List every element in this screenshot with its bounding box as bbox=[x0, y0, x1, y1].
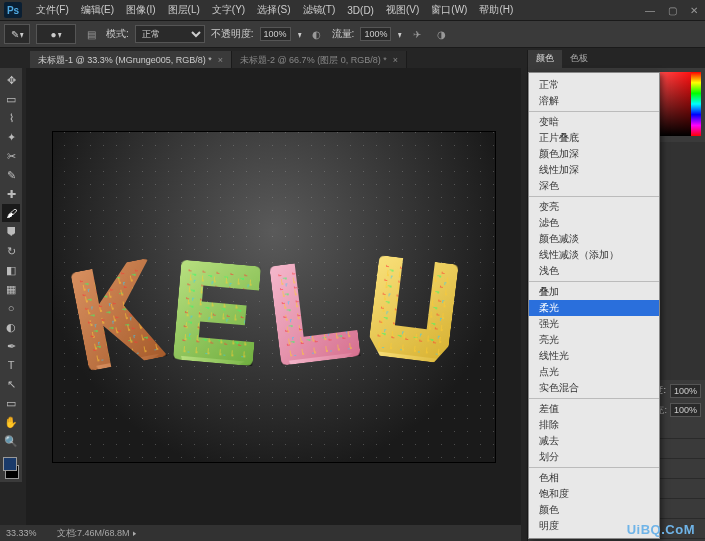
maximize-button[interactable]: ▢ bbox=[661, 0, 683, 20]
foreground-color[interactable] bbox=[3, 457, 17, 471]
zoom-tool[interactable]: 🔍 bbox=[2, 432, 20, 450]
minimize-button[interactable]: — bbox=[639, 0, 661, 20]
blend-mode-option[interactable]: 颜色加深 bbox=[529, 146, 659, 162]
canvas-artwork bbox=[78, 258, 454, 365]
blend-mode-option[interactable]: 线性光 bbox=[529, 348, 659, 364]
eyedropper-tool[interactable]: ✎ bbox=[2, 166, 20, 184]
letter-l bbox=[269, 256, 361, 365]
airbrush-icon[interactable]: ✈ bbox=[408, 25, 426, 43]
eraser-tool[interactable]: ◧ bbox=[2, 261, 20, 279]
crop-tool[interactable]: ✂ bbox=[2, 147, 20, 165]
shape-tool[interactable]: ▭ bbox=[2, 394, 20, 412]
menu-filter[interactable]: 滤镜(T) bbox=[297, 3, 342, 17]
blend-mode-option[interactable]: 线性减淡（添加） bbox=[529, 247, 659, 263]
blend-mode-option[interactable]: 颜色 bbox=[529, 502, 659, 518]
menu-3d[interactable]: 3D(D) bbox=[341, 5, 380, 16]
color-swatches[interactable] bbox=[2, 456, 20, 480]
marquee-tool[interactable]: ▭ bbox=[2, 90, 20, 108]
blend-mode-option[interactable]: 点光 bbox=[529, 364, 659, 380]
blend-mode-option[interactable]: 变暗 bbox=[529, 114, 659, 130]
letter-u bbox=[367, 254, 459, 363]
close-icon[interactable]: × bbox=[393, 55, 398, 65]
blend-mode-option[interactable]: 色相 bbox=[529, 470, 659, 486]
letter-k bbox=[70, 257, 168, 370]
hue-slider[interactable] bbox=[691, 72, 701, 136]
brush-tool[interactable]: 🖌 bbox=[2, 204, 20, 222]
gradient-tool[interactable]: ▦ bbox=[2, 280, 20, 298]
color-tab[interactable]: 颜色 bbox=[528, 50, 562, 68]
menu-type[interactable]: 文字(Y) bbox=[206, 3, 251, 17]
pen-tool[interactable]: ✒ bbox=[2, 337, 20, 355]
healing-tool[interactable]: ✚ bbox=[2, 185, 20, 203]
menu-file[interactable]: 文件(F) bbox=[30, 3, 75, 17]
menu-layer[interactable]: 图层(L) bbox=[162, 3, 206, 17]
blend-mode-option[interactable]: 线性加深 bbox=[529, 162, 659, 178]
pressure-size-icon[interactable]: ◑ bbox=[432, 25, 450, 43]
opacity-label: 不透明度: bbox=[211, 27, 254, 41]
brush-panel-icon[interactable]: ▤ bbox=[82, 25, 100, 43]
menubar: Ps 文件(F) 编辑(E) 图像(I) 图层(L) 文字(Y) 选择(S) 滤… bbox=[0, 0, 705, 20]
blend-mode-label: 模式: bbox=[106, 27, 129, 41]
window-controls: — ▢ ✕ bbox=[639, 0, 705, 20]
blend-mode-option[interactable]: 强光 bbox=[529, 316, 659, 332]
type-tool[interactable]: T bbox=[2, 356, 20, 374]
blend-mode-option[interactable]: 饱和度 bbox=[529, 486, 659, 502]
menu-window[interactable]: 窗口(W) bbox=[425, 3, 473, 17]
flow-value[interactable]: 100% bbox=[360, 27, 391, 41]
blur-tool[interactable]: ○ bbox=[2, 299, 20, 317]
tool-preset-picker[interactable]: ✎▾ bbox=[4, 24, 30, 44]
canvas-area[interactable] bbox=[26, 68, 521, 525]
close-button[interactable]: ✕ bbox=[683, 0, 705, 20]
stamp-tool[interactable]: ⛊ bbox=[2, 223, 20, 241]
blend-mode-option[interactable]: 实色混合 bbox=[529, 380, 659, 396]
brush-preset-picker[interactable]: ●▾ bbox=[36, 24, 76, 44]
blend-mode-option[interactable]: 亮光 bbox=[529, 332, 659, 348]
swatches-tab[interactable]: 色板 bbox=[562, 50, 596, 68]
menu-select[interactable]: 选择(S) bbox=[251, 3, 296, 17]
blend-mode-option[interactable]: 滤色 bbox=[529, 215, 659, 231]
menu-view[interactable]: 视图(V) bbox=[380, 3, 425, 17]
flow-label: 流量: bbox=[332, 27, 355, 41]
path-select-tool[interactable]: ↖ bbox=[2, 375, 20, 393]
blend-mode-option[interactable]: 深色 bbox=[529, 178, 659, 194]
lasso-tool[interactable]: ⌇ bbox=[2, 109, 20, 127]
blend-mode-option[interactable]: 柔光 bbox=[529, 300, 659, 316]
blend-mode-option[interactable]: 溶解 bbox=[529, 93, 659, 109]
right-panels: 颜色 色板 正常溶解变暗正片叠底颜色加深线性加深深色变亮滤色颜色减淡线性减淡（添… bbox=[527, 50, 705, 541]
menu-help[interactable]: 帮助(H) bbox=[473, 3, 519, 17]
watermark-text: UiBQ.CoM bbox=[627, 522, 695, 537]
document-info[interactable]: 文档:7.46M/68.8M ▸ bbox=[57, 527, 138, 540]
zoom-level[interactable]: 33.33% bbox=[6, 528, 37, 538]
blend-mode-option[interactable]: 排除 bbox=[529, 417, 659, 433]
blend-mode-dropdown[interactable]: 正常溶解变暗正片叠底颜色加深线性加深深色变亮滤色颜色减淡线性减淡（添加）浅色叠加… bbox=[528, 72, 660, 539]
app-logo: Ps bbox=[4, 2, 22, 18]
blend-mode-option[interactable]: 变亮 bbox=[529, 199, 659, 215]
menu-image[interactable]: 图像(I) bbox=[120, 3, 161, 17]
history-brush-tool[interactable]: ↻ bbox=[2, 242, 20, 260]
dodge-tool[interactable]: ◐ bbox=[2, 318, 20, 336]
status-bar: 33.33% 文档:7.46M/68.8M ▸ bbox=[0, 525, 521, 541]
blend-mode-option[interactable]: 差值 bbox=[529, 401, 659, 417]
blend-mode-option[interactable]: 减去 bbox=[529, 433, 659, 449]
blend-mode-option[interactable]: 颜色减淡 bbox=[529, 231, 659, 247]
move-tool[interactable]: ✥ bbox=[2, 71, 20, 89]
blend-mode-option[interactable]: 正片叠底 bbox=[529, 130, 659, 146]
magic-wand-tool[interactable]: ✦ bbox=[2, 128, 20, 146]
letter-e bbox=[172, 259, 260, 366]
canvas-document[interactable] bbox=[53, 132, 495, 462]
fill-value[interactable]: 100% bbox=[670, 403, 701, 417]
color-panel-tabs: 颜色 色板 bbox=[528, 50, 705, 68]
layer-opacity-value[interactable]: 100% bbox=[670, 384, 701, 398]
blend-mode-option[interactable]: 叠加 bbox=[529, 284, 659, 300]
menu-edit[interactable]: 编辑(E) bbox=[75, 3, 120, 17]
blend-mode-option[interactable]: 划分 bbox=[529, 449, 659, 465]
close-icon[interactable]: × bbox=[218, 55, 223, 65]
blend-mode-select[interactable]: 正常 bbox=[135, 25, 205, 43]
pressure-opacity-icon[interactable]: ◐ bbox=[308, 25, 326, 43]
tools-panel: ✥ ▭ ⌇ ✦ ✂ ✎ ✚ 🖌 ⛊ ↻ ◧ ▦ ○ ◐ ✒ T ↖ ▭ ✋ 🔍 bbox=[0, 68, 22, 482]
blend-mode-option[interactable]: 正常 bbox=[529, 77, 659, 93]
opacity-value[interactable]: 100% bbox=[260, 27, 291, 41]
hand-tool[interactable]: ✋ bbox=[2, 413, 20, 431]
blend-mode-option[interactable]: 浅色 bbox=[529, 263, 659, 279]
options-bar: ✎▾ ●▾ ▤ 模式: 正常 不透明度: 100%▾ ◐ 流量: 100%▾ ✈… bbox=[0, 20, 705, 48]
